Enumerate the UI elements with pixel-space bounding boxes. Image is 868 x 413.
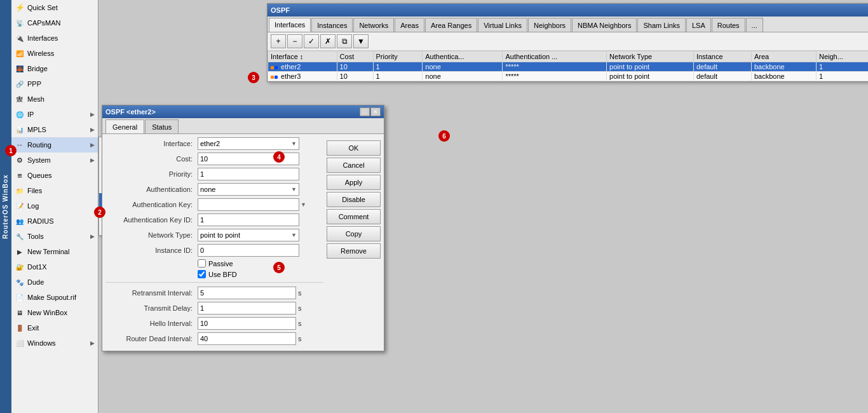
sidebar-item-new-terminal[interactable]: New Terminal — [11, 244, 98, 259]
auth-key-label: Authentication Key: — [105, 201, 198, 208]
router-dead-input[interactable] — [198, 332, 296, 345]
col-area[interactable]: Area — [751, 51, 816, 62]
col-network-type[interactable]: Network Type — [607, 51, 694, 62]
auth-key-input[interactable] — [198, 198, 299, 211]
col-auth[interactable]: Authentica... — [423, 51, 503, 62]
auth-key-arrow: ▼ — [301, 201, 306, 208]
tab-area-ranges[interactable]: Area Ranges — [425, 18, 477, 32]
use-bfd-label: Use BFD — [208, 271, 237, 278]
copy-toolbar-button[interactable]: ⧉ — [337, 34, 352, 48]
col-auth-key[interactable]: Authentication ... — [503, 51, 607, 62]
filter-button[interactable]: ▼ — [353, 34, 369, 48]
sidebar-item-routing[interactable]: Routing ▶ — [11, 137, 98, 152]
tab-areas[interactable]: Areas — [395, 18, 424, 32]
dialog-tab-status[interactable]: Status — [145, 119, 179, 133]
remove-button[interactable]: Remove — [327, 243, 381, 259]
comment-button[interactable]: Comment — [327, 209, 381, 224]
log-icon — [15, 201, 25, 211]
interface-label: Interface: — [105, 140, 198, 147]
tab-more[interactable]: ... — [746, 18, 763, 32]
hello-interval-input[interactable] — [198, 317, 296, 330]
sidebar-item-log[interactable]: Log — [11, 198, 98, 213]
auth-key-id-input[interactable] — [198, 213, 299, 226]
dialog-close-button[interactable]: ✕ — [370, 107, 381, 116]
cell-auth: none — [423, 62, 503, 72]
tab-neighbors[interactable]: Neighbors — [528, 18, 571, 32]
copy-button[interactable]: Copy — [327, 226, 381, 241]
sidebar-item-make-supout[interactable]: Make Supout.rif — [11, 290, 98, 305]
sidebar-item-ip[interactable]: IP ▶ — [11, 107, 98, 122]
sidebar-item-windows[interactable]: Windows ▶ — [11, 335, 98, 351]
priority-input[interactable] — [198, 168, 299, 180]
col-interface[interactable]: Interface ↕ — [268, 51, 337, 62]
col-instance[interactable]: Instance — [693, 51, 751, 62]
badge-5: 5 — [273, 262, 285, 273]
instance-id-label: Instance ID: — [105, 247, 198, 254]
interface-select[interactable]: ether2 ▼ — [198, 137, 299, 150]
col-priority[interactable]: Priority — [373, 51, 423, 62]
form-row-auth-key: Authentication Key: ▼ — [105, 198, 323, 211]
cell-auth: none — [423, 72, 503, 81]
tab-instances[interactable]: Instances — [311, 18, 353, 32]
dialog-minimize-button[interactable]: □ — [360, 107, 370, 116]
supout-icon — [15, 292, 25, 302]
table-row[interactable]: ether2 10 1 none ***** point to point de… — [268, 62, 869, 72]
sidebar-label-capsman: CAPsMAN — [27, 19, 95, 27]
network-type-select[interactable]: point to point ▼ — [198, 229, 299, 241]
tab-nbma-neighbors[interactable]: NBMA Neighbors — [572, 18, 637, 32]
sidebar-label-dot1x: Dot1X — [27, 263, 95, 271]
col-neighbors[interactable]: Neigh... — [816, 51, 868, 62]
instance-id-input[interactable] — [198, 244, 299, 257]
sidebar-item-mpls[interactable]: MPLS ▶ — [11, 122, 98, 137]
sidebar-item-wireless[interactable]: Wireless — [11, 46, 98, 61]
cancel-button[interactable]: Cancel — [327, 158, 381, 173]
sidebar-item-ppp[interactable]: PPP — [11, 76, 98, 91]
ok-button[interactable]: OK — [327, 140, 381, 156]
use-bfd-checkbox[interactable] — [198, 270, 206, 278]
sidebar-item-interfaces[interactable]: Interfaces — [11, 30, 98, 46]
remove-toolbar-button[interactable]: − — [287, 34, 302, 48]
sidebar-item-queues[interactable]: Queues — [11, 168, 98, 183]
tab-networks[interactable]: Networks — [353, 18, 394, 32]
sidebar-item-dude[interactable]: Dude — [11, 274, 98, 290]
sidebar-item-quick-set[interactable]: Quick Set — [11, 0, 98, 15]
mpls-icon — [15, 125, 25, 135]
sidebar-item-exit[interactable]: Exit — [11, 320, 98, 335]
disable-toolbar-button[interactable]: ✗ — [320, 34, 336, 48]
add-button[interactable]: + — [271, 34, 286, 48]
cell-interface: ether2 — [268, 62, 337, 72]
sidebar-item-capsman[interactable]: CAPsMAN — [11, 15, 98, 30]
retransmit-input[interactable] — [198, 287, 296, 299]
dialog-tab-general[interactable]: General — [105, 119, 144, 133]
router-dead-unit: s — [298, 335, 302, 342]
passive-checkbox[interactable] — [198, 259, 206, 267]
tab-sham-links[interactable]: Sham Links — [637, 18, 685, 32]
sidebar-item-dot1x[interactable]: Dot1X — [11, 259, 98, 274]
table-row[interactable]: ether3 10 1 none ***** point to point de… — [268, 72, 869, 81]
auth-select-arrow: ▼ — [291, 186, 297, 193]
sidebar-item-new-winbox[interactable]: New WinBox — [11, 305, 98, 320]
tab-interfaces[interactable]: Interfaces — [269, 18, 311, 32]
disable-button[interactable]: Disable — [327, 192, 381, 207]
sidebar-menu: Quick Set CAPsMAN Interfaces Wireless Br… — [11, 0, 98, 413]
quick-set-icon — [15, 3, 25, 13]
sidebar-item-tools[interactable]: Tools ▶ — [11, 229, 98, 244]
sidebar-label-routing: Routing — [27, 141, 90, 149]
transmit-delay-input[interactable] — [198, 302, 296, 315]
col-cost[interactable]: Cost — [337, 51, 373, 62]
sidebar-item-bridge[interactable]: Bridge — [11, 61, 98, 76]
sidebar-label-tools: Tools — [27, 233, 90, 240]
tab-routes[interactable]: Routes — [712, 18, 745, 32]
sidebar-label-new-winbox: New WinBox — [27, 309, 95, 316]
sidebar-item-system[interactable]: System ▶ — [11, 152, 98, 168]
apply-button[interactable]: Apply — [327, 175, 381, 190]
tab-lsa[interactable]: LSA — [686, 18, 711, 32]
sidebar-item-mesh[interactable]: Mesh — [11, 91, 98, 107]
tab-virtual-links[interactable]: Virtual Links — [478, 18, 527, 32]
sidebar-item-radius[interactable]: RADIUS — [11, 213, 98, 229]
authentication-select[interactable]: none ▼ — [198, 183, 299, 196]
ospf-titlebar: OSPF _ □ ✕ — [268, 4, 868, 17]
sidebar-item-files[interactable]: Files — [11, 183, 98, 198]
sidebar-label-ppp: PPP — [27, 80, 95, 88]
enable-button[interactable]: ✓ — [304, 34, 319, 48]
